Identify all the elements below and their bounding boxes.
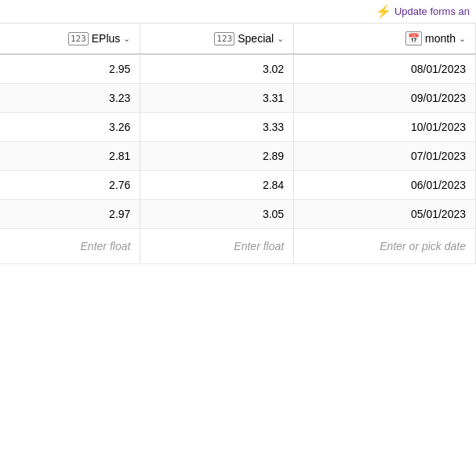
table-row: 2.973.0505/01/2023: [0, 200, 476, 229]
data-table: 123 EPlus ⌄ 123 Special ⌄ 📅 month: [0, 24, 476, 264]
table-container: 123 EPlus ⌄ 123 Special ⌄ 📅 month: [0, 24, 476, 264]
eplus-chevron-icon: ⌄: [123, 34, 130, 44]
cell-month: 09/01/2023: [294, 84, 476, 113]
footer-eplus-placeholder: Enter float: [81, 240, 131, 252]
footer-special-placeholder: Enter float: [234, 240, 284, 252]
col-header-eplus[interactable]: 123 EPlus ⌄: [0, 24, 140, 54]
table-row: 2.762.8406/01/2023: [0, 171, 476, 200]
table-row: 2.953.0208/01/2023: [0, 54, 476, 84]
cell-eplus: 2.81: [0, 142, 140, 171]
cell-month: 06/01/2023: [294, 171, 476, 200]
month-col-label: month: [425, 32, 456, 45]
footer-row: Enter float Enter float Enter or pick da…: [0, 229, 476, 264]
cell-eplus: 2.97: [0, 200, 140, 229]
cell-special: 3.31: [140, 84, 294, 113]
top-bar-content: ⚡ Update forms an: [376, 4, 470, 19]
footer-eplus[interactable]: Enter float: [0, 229, 140, 264]
cell-special: 2.89: [140, 142, 294, 171]
footer-special[interactable]: Enter float: [140, 229, 294, 264]
cell-eplus: 3.26: [0, 113, 140, 142]
special-chevron-icon: ⌄: [277, 34, 284, 44]
table-row: 2.812.8907/01/2023: [0, 142, 476, 171]
cell-special: 3.05: [140, 200, 294, 229]
cell-eplus: 2.95: [0, 54, 140, 84]
col-header-special[interactable]: 123 Special ⌄: [140, 24, 294, 54]
cell-eplus: 3.23: [0, 84, 140, 113]
cell-special: 2.84: [140, 171, 294, 200]
footer-month[interactable]: Enter or pick date: [294, 229, 476, 264]
top-bar: ⚡ Update forms an: [0, 0, 476, 24]
table-header-row: 123 EPlus ⌄ 123 Special ⌄ 📅 month: [0, 24, 476, 54]
top-bar-label: Update forms an: [394, 5, 470, 17]
month-chevron-icon: ⌄: [459, 34, 466, 44]
table-row: 3.233.3109/01/2023: [0, 84, 476, 113]
month-type-icon: 📅: [405, 31, 422, 45]
col-header-month[interactable]: 📅 month ⌄: [294, 24, 476, 54]
cell-eplus: 2.76: [0, 171, 140, 200]
cell-month: 07/01/2023: [294, 142, 476, 171]
cell-special: 3.33: [140, 113, 294, 142]
cell-special: 3.02: [140, 54, 294, 84]
footer-month-placeholder: Enter or pick date: [380, 240, 466, 252]
cell-month: 05/01/2023: [294, 200, 476, 229]
table-row: 3.263.3310/01/2023: [0, 113, 476, 142]
cell-month: 08/01/2023: [294, 54, 476, 84]
cell-month: 10/01/2023: [294, 113, 476, 142]
special-type-icon: 123: [214, 32, 234, 45]
eplus-type-icon: 123: [68, 32, 89, 45]
eplus-col-label: EPlus: [92, 32, 121, 45]
special-col-label: Special: [238, 32, 274, 45]
lightning-icon: ⚡: [376, 4, 391, 19]
